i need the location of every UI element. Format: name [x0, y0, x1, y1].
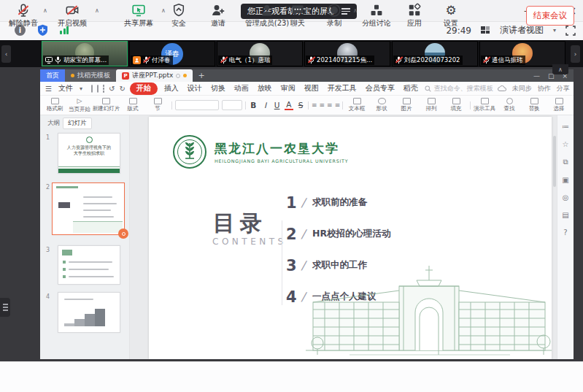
justify-icon[interactable]: ≡	[335, 101, 340, 109]
fill-button[interactable]: 填充	[445, 98, 467, 112]
picture-button[interactable]: 图片	[395, 98, 417, 112]
view-dropdown-icon[interactable]: ▾	[553, 27, 556, 34]
start-video-button[interactable]: 开启视频	[58, 3, 87, 28]
new-slide-button[interactable]: 新建幻灯片	[93, 98, 119, 112]
share-options-caret[interactable]: ∧	[161, 7, 166, 14]
slide-thumbnail-2-selected[interactable]	[52, 182, 125, 235]
redo-icon[interactable]: ↻	[119, 85, 125, 93]
select-button[interactable]: 选择	[548, 98, 570, 112]
collab-button[interactable]: 协作	[538, 84, 551, 93]
textbox-button[interactable]: 文本框	[346, 98, 368, 112]
participant-tile[interactable]: 泽春 付泽春	[129, 41, 215, 66]
print-icon[interactable]	[97, 85, 99, 93]
font-size-select[interactable]	[222, 100, 242, 110]
mic-muted-icon	[483, 56, 490, 64]
banner-menu-icon[interactable]	[341, 8, 350, 15]
strip-scroll-left-button[interactable]: ‹	[1, 45, 11, 63]
effects-icon[interactable]: ☆	[563, 140, 569, 148]
align-left-icon[interactable]: ≡	[312, 101, 317, 109]
play-from-page-button[interactable]: ▷ 当页开始	[69, 98, 90, 113]
participant-tile[interactable]: 通信马振玮	[479, 41, 565, 66]
security-shield-icon[interactable]	[37, 24, 48, 36]
underline-button[interactable]: U	[273, 101, 282, 109]
mute-options-caret[interactable]: ∧	[43, 7, 47, 14]
wps-home-tab[interactable]: 首页	[40, 69, 65, 82]
menu-insert[interactable]: 插入	[162, 82, 181, 94]
menu-design[interactable]: 设计	[185, 82, 204, 94]
participant-tile[interactable]: 胡家宝的屏幕...	[42, 41, 128, 66]
view-mode-button[interactable]: 演讲者视图	[500, 24, 544, 36]
strikethrough-button[interactable]: S	[296, 101, 305, 109]
menu-home[interactable]: 开始	[130, 82, 158, 95]
security-button[interactable]: 安全	[171, 3, 186, 28]
video-options-caret[interactable]: ∧	[95, 7, 99, 14]
slide-thumbnail-4[interactable]	[58, 292, 120, 333]
menu-view[interactable]: 视图	[302, 82, 321, 94]
bold-button[interactable]: B	[249, 101, 258, 109]
font-name-select[interactable]	[175, 100, 219, 110]
shapes-button[interactable]: 形状	[371, 98, 393, 112]
current-slide[interactable]: 黑龙江八一农垦大学 HEILONGJIANG BAYI AGRICULTURAL…	[149, 117, 552, 359]
find-button[interactable]: 查找	[498, 98, 520, 112]
image-tools-icon[interactable]: ▣	[562, 176, 568, 184]
replace-button[interactable]: 替换	[523, 98, 545, 112]
sync-status[interactable]: 未同步	[512, 84, 532, 93]
menu-slideshow[interactable]: 放映	[255, 82, 274, 94]
unmute-button[interactable]: 解除静音	[9, 3, 38, 28]
canvas-scrollbar[interactable]	[553, 136, 556, 187]
format-painter-button[interactable]: 格式刷	[44, 98, 66, 112]
wps-document-tab[interactable]: P 讲座PPT.pptx	[116, 69, 193, 82]
wps-minimize-button[interactable]: —	[533, 72, 540, 80]
italic-button[interactable]: I	[260, 101, 269, 109]
menu-animation[interactable]: 动画	[232, 82, 251, 94]
invite-button[interactable]: 邀请	[211, 3, 225, 28]
font-color-button[interactable]: A	[285, 100, 293, 110]
side-panel-handle[interactable]	[0, 298, 10, 317]
properties-icon[interactable]: ≔	[562, 123, 569, 131]
participant-tile[interactable]: 20214071215焦...	[304, 41, 390, 66]
share-screen-button[interactable]: 共享屏幕	[124, 3, 153, 28]
hamburger-icon[interactable]: ☰	[45, 85, 52, 93]
manage-members-button[interactable]: 管理成员(23)	[245, 3, 290, 28]
slide-thumbnail-3[interactable]	[58, 245, 120, 285]
section-button[interactable]: 节	[147, 98, 169, 112]
media-icon[interactable]: ◎	[563, 193, 569, 201]
menu-docer[interactable]: 稻壳	[401, 82, 420, 94]
preview-icon[interactable]	[103, 85, 104, 93]
layers-icon[interactable]: ⧉	[563, 158, 568, 166]
strip-collapse-button[interactable]: ∧	[552, 64, 568, 74]
participant-tile[interactable]: 电气（1）唐瑞	[217, 41, 303, 66]
slide-thumbnail-1[interactable]: 人力资源管理视角下的 大学生校招求职	[58, 133, 120, 174]
arrange-button[interactable]: 排列	[420, 98, 442, 112]
align-right-icon[interactable]: ≡	[327, 101, 332, 109]
fullscreen-icon[interactable]	[565, 26, 576, 36]
menu-devtools[interactable]: 开发工具	[325, 82, 359, 94]
menu-member[interactable]: 会员专享	[363, 82, 397, 94]
apps-button[interactable]: 应用	[407, 3, 422, 28]
new-tab-button[interactable]: +	[193, 69, 209, 82]
menu-review[interactable]: 审阅	[279, 82, 298, 94]
layout-button[interactable]: 版式	[122, 98, 144, 112]
breakout-rooms-button[interactable]: 分组讨论	[362, 3, 391, 28]
file-dropdown-icon[interactable]: ▾	[80, 85, 82, 92]
wps-template-tab[interactable]: 找稻壳模板	[65, 69, 116, 82]
end-meeting-button[interactable]: 结束会议	[526, 6, 574, 26]
undo-icon[interactable]: ↺	[109, 85, 115, 93]
command-search[interactable]: 查找命令、搜索模板	[425, 84, 493, 93]
notes-icon[interactable]: ▤	[562, 211, 568, 219]
record-options-caret[interactable]: ∧	[353, 7, 358, 14]
file-menu[interactable]: 文件	[56, 82, 75, 94]
slides-tab[interactable]: 幻灯片	[63, 118, 92, 129]
align-center-icon[interactable]: ≡	[320, 101, 325, 109]
outline-tab[interactable]: 大纲	[47, 119, 60, 128]
menu-transition[interactable]: 切换	[209, 82, 228, 94]
save-icon[interactable]	[91, 85, 93, 93]
record-button[interactable]: 录制	[327, 3, 341, 28]
help-icon[interactable]: ?	[563, 228, 567, 237]
settings-button[interactable]: ⚙ 设置	[444, 3, 458, 28]
chat-button[interactable]: 聊天	[290, 3, 305, 28]
participant-tile[interactable]: 刘磊20204073202	[392, 41, 478, 66]
presenter-tools-button[interactable]: 演示工具	[474, 98, 495, 112]
strip-scroll-right-button[interactable]: ›	[571, 45, 580, 63]
share-button[interactable]: 分享	[557, 84, 570, 93]
